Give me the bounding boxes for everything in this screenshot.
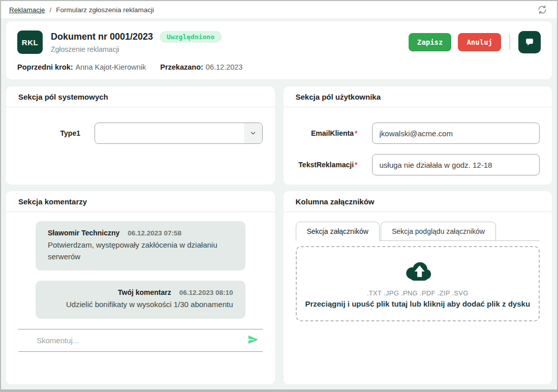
document-subtitle: Zgłoszenie reklamacji xyxy=(51,45,222,53)
required-marker: * xyxy=(355,161,357,169)
type1-label: Type1 xyxy=(18,129,95,137)
tab-sekcja-podgladu-zalacznikow[interactable]: Sekcja podglądu załączników xyxy=(381,222,496,240)
breadcrumb-separator: / xyxy=(50,6,52,14)
previous-step-label: Poprzedni krok: xyxy=(17,63,73,71)
comment-bubble-own: Twój komentarz 06.12.2023 08:10 Udzielić… xyxy=(36,281,245,319)
cancel-button[interactable]: Anuluj xyxy=(458,33,501,51)
user-fields-section: Sekcja pól użytkownika EmailKlienta* Tek… xyxy=(284,86,552,185)
page-title: Dokument nr 0001/2023 xyxy=(51,32,153,42)
previous-step-value: Anna Kajot-Kierownik xyxy=(76,63,146,71)
chat-button[interactable] xyxy=(518,31,541,53)
dropzone-instruction: Przeciągnij i upuść plik tutaj lub klikn… xyxy=(305,299,530,308)
status-badge: Uwzględniono xyxy=(160,31,222,43)
comment-timestamp: 06.12.2023 08:10 xyxy=(179,289,233,296)
actions-divider xyxy=(509,35,510,50)
handed-over-info: Przekazano:06.12.2023 xyxy=(160,63,242,71)
upload-cloud-icon xyxy=(403,259,432,285)
email-klienta-label: EmailKlienta* xyxy=(296,129,372,137)
field-label-text: TekstReklamacji xyxy=(298,161,354,169)
system-fields-section: Sekcja pól systemowych Type1 xyxy=(6,86,275,185)
comment-author: Sławomir Techniczny xyxy=(48,229,119,237)
section-title: Sekcja pól użytkownika xyxy=(284,86,552,107)
section-title: Kolumna załączników xyxy=(284,191,552,212)
refresh-icon[interactable] xyxy=(536,3,549,16)
chat-bubble-icon xyxy=(524,36,535,49)
handed-over-value: 06.12.2023 xyxy=(206,63,243,71)
previous-step-info: Poprzedni krok:Anna Kajot-Kierownik xyxy=(17,63,146,71)
document-type-badge: RKL xyxy=(17,31,43,54)
send-comment-button[interactable] xyxy=(247,334,263,347)
document-header-card: RKL Dokument nr 0001/2023 Uwzględniono Z… xyxy=(6,21,552,79)
comment-bubble: Sławomir Techniczny 06.12.2023 07:58 Pot… xyxy=(36,221,245,270)
attachments-tabs: Sekcja załączników Sekcja podglądu załąc… xyxy=(296,222,540,241)
file-dropzone[interactable]: .TXT .JPG .PNG .PDF .ZIP .SVG Przeciągni… xyxy=(296,246,540,321)
comment-input[interactable] xyxy=(18,336,247,345)
tab-sekcja-zalacznikow[interactable]: Sekcja załączników xyxy=(296,222,380,241)
tekst-reklamacji-field[interactable] xyxy=(372,154,540,175)
comment-timestamp: 06.12.2023 07:58 xyxy=(128,229,181,237)
field-label-text: EmailKlienta xyxy=(311,129,354,137)
allowed-filetypes: .TXT .JPG .PNG .PDF .ZIP .SVG xyxy=(367,289,469,297)
type1-select[interactable] xyxy=(95,123,263,144)
breadcrumb-bar: Reklamacje / Formularz zgłoszenia reklam… xyxy=(1,1,557,18)
breadcrumb-current: Formularz zgłoszenia reklamacji xyxy=(56,6,154,14)
comment-author: Twój komentarz xyxy=(118,288,171,296)
save-button[interactable]: Zapisz xyxy=(409,33,452,51)
breadcrumb-link-reklamacje[interactable]: Reklamacje xyxy=(9,6,45,14)
comment-text: Potwierdzam, występowały zakłócenia w dz… xyxy=(48,239,233,262)
email-klienta-field[interactable] xyxy=(372,123,540,144)
comment-text: Udzielić bonifikaty w wysokości 1/30 abo… xyxy=(48,299,233,311)
comments-section: Sekcja komentarzy Sławomir Techniczny 06… xyxy=(6,191,275,384)
section-title: Sekcja komentarzy xyxy=(6,191,275,212)
handed-over-label: Przekazano: xyxy=(160,63,203,71)
tekst-reklamacji-label: TekstReklamacji* xyxy=(296,161,372,169)
attachments-column: Kolumna załączników Sekcja załączników S… xyxy=(284,191,552,384)
send-icon xyxy=(247,334,259,347)
chevron-down-icon xyxy=(244,123,262,143)
required-marker: * xyxy=(355,129,357,137)
section-title: Sekcja pól systemowych xyxy=(6,86,275,107)
